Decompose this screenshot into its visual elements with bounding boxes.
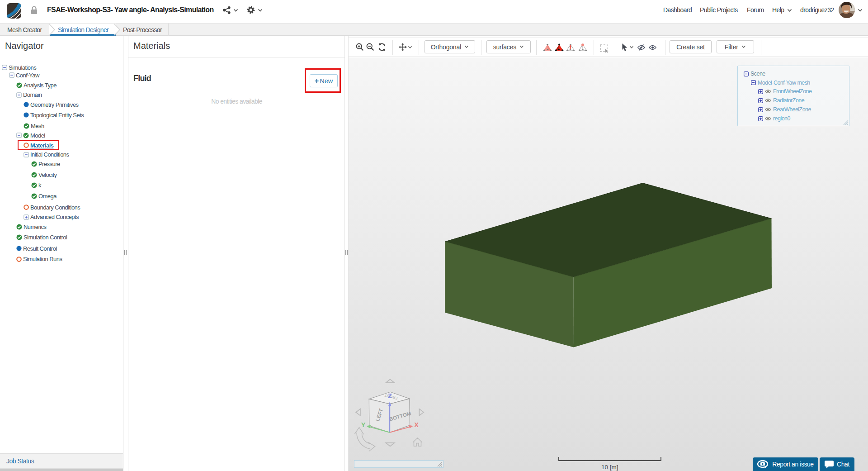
svg-text:Y: Y [361,421,366,428]
svg-text:Z: Z [388,392,392,400]
svg-text:X: X [414,421,419,428]
